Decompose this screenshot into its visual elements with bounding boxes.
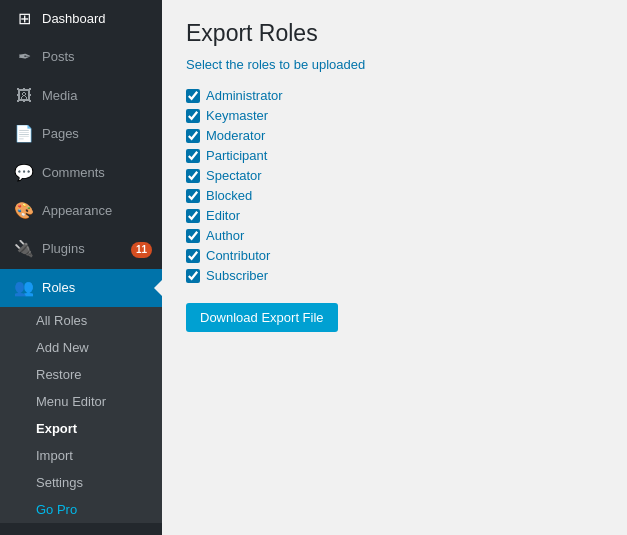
sidebar-item-pages[interactable]: 📄 Pages	[0, 115, 162, 153]
role-checkbox-keymaster[interactable]	[186, 109, 200, 123]
submenu-item-gopro[interactable]: Go Pro	[0, 496, 162, 523]
role-checkbox-administrator[interactable]	[186, 89, 200, 103]
role-checkbox-editor[interactable]	[186, 209, 200, 223]
sidebar-item-plugins[interactable]: 🔌 Plugins 11	[0, 230, 162, 268]
role-label[interactable]: Participant	[206, 148, 267, 163]
sidebar-item-label: Comments	[42, 164, 152, 182]
sidebar-item-posts[interactable]: ✒ Posts	[0, 38, 162, 76]
sidebar-item-comments[interactable]: 💬 Comments	[0, 154, 162, 192]
roles-icon: 👥	[14, 277, 34, 299]
media-icon: 🖼	[14, 85, 34, 107]
sidebar-item-label: Posts	[42, 48, 152, 66]
sidebar-item-label: Dashboard	[42, 10, 152, 28]
role-label[interactable]: Subscriber	[206, 268, 268, 283]
role-label[interactable]: Keymaster	[206, 108, 268, 123]
sidebar-item-label: Media	[42, 87, 152, 105]
submenu-item-restore[interactable]: Restore	[0, 361, 162, 388]
appearance-icon: 🎨	[14, 200, 34, 222]
role-item: Spectator	[186, 168, 603, 183]
roles-list: AdministratorKeymasterModeratorParticipa…	[186, 88, 603, 283]
role-label[interactable]: Moderator	[206, 128, 265, 143]
role-item: Administrator	[186, 88, 603, 103]
sidebar-item-label: Pages	[42, 125, 152, 143]
sidebar-item-label: Plugins	[42, 240, 127, 258]
roles-submenu: All Roles Add New Restore Menu Editor Ex…	[0, 307, 162, 523]
role-item: Moderator	[186, 128, 603, 143]
submenu-item-export[interactable]: Export	[0, 415, 162, 442]
role-label[interactable]: Spectator	[206, 168, 262, 183]
sidebar-item-media[interactable]: 🖼 Media	[0, 77, 162, 115]
dashboard-icon: ⊞	[14, 8, 34, 30]
role-checkbox-spectator[interactable]	[186, 169, 200, 183]
role-label[interactable]: Administrator	[206, 88, 283, 103]
role-label[interactable]: Editor	[206, 208, 240, 223]
role-item: Author	[186, 228, 603, 243]
role-item: Participant	[186, 148, 603, 163]
role-item: Subscriber	[186, 268, 603, 283]
submenu-item-add-new[interactable]: Add New	[0, 334, 162, 361]
pages-icon: 📄	[14, 123, 34, 145]
sidebar-item-label: Appearance	[42, 202, 152, 220]
plugins-badge: 11	[131, 242, 152, 258]
posts-icon: ✒	[14, 46, 34, 68]
submenu-item-menu-editor[interactable]: Menu Editor	[0, 388, 162, 415]
sidebar-item-dashboard[interactable]: ⊞ Dashboard	[0, 0, 162, 38]
role-item: Blocked	[186, 188, 603, 203]
role-checkbox-moderator[interactable]	[186, 129, 200, 143]
main-content: Export Roles Select the roles to be uplo…	[162, 0, 627, 535]
role-item: Keymaster	[186, 108, 603, 123]
role-checkbox-participant[interactable]	[186, 149, 200, 163]
role-label[interactable]: Author	[206, 228, 244, 243]
sidebar-item-appearance[interactable]: 🎨 Appearance	[0, 192, 162, 230]
page-title: Export Roles	[186, 20, 603, 47]
sidebar-item-label: Roles	[42, 279, 152, 297]
submenu-item-settings[interactable]: Settings	[0, 469, 162, 496]
role-checkbox-blocked[interactable]	[186, 189, 200, 203]
role-item: Contributor	[186, 248, 603, 263]
submenu-item-import[interactable]: Import	[0, 442, 162, 469]
role-checkbox-contributor[interactable]	[186, 249, 200, 263]
subtitle: Select the roles to be uploaded	[186, 57, 603, 72]
plugins-icon: 🔌	[14, 238, 34, 260]
comments-icon: 💬	[14, 162, 34, 184]
submenu-item-all-roles[interactable]: All Roles	[0, 307, 162, 334]
sidebar-item-roles[interactable]: 👥 Roles	[0, 269, 162, 307]
sidebar: ⊞ Dashboard ✒ Posts 🖼 Media 📄 Pages 💬 Co…	[0, 0, 162, 535]
download-export-button[interactable]: Download Export File	[186, 303, 338, 332]
role-item: Editor	[186, 208, 603, 223]
role-checkbox-author[interactable]	[186, 229, 200, 243]
role-checkbox-subscriber[interactable]	[186, 269, 200, 283]
role-label[interactable]: Contributor	[206, 248, 270, 263]
role-label[interactable]: Blocked	[206, 188, 252, 203]
